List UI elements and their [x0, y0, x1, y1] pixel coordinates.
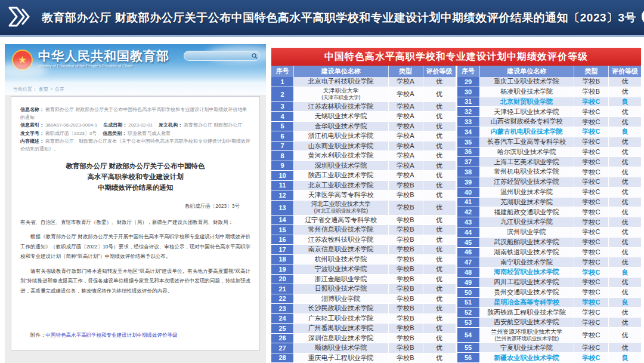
grade-cell: 优 [423, 201, 456, 215]
row-number-cell: 27 [271, 343, 294, 353]
doc-meta: 信息名称：教育部办公厅 财政部办公厅关于公布中国特色高水平高职学校和专业建设计划… [20, 106, 250, 153]
table-row: 5金华职业技术学院学校A优 [271, 122, 456, 132]
school-type-cell: 学校B [389, 245, 423, 254]
cloud-decoration [5, 62, 48, 78]
breadcrumb-home-link[interactable]: 首页 [39, 86, 48, 95]
school-type-cell: 学校B [389, 216, 423, 225]
school-name-cell: 滨州职业学院 [480, 227, 575, 237]
table-row: 40温州职业技术学院学校C优 [457, 187, 642, 198]
evaluation-table-panel: 中国特色高水平高职学校和专业建设计划中期绩效评价等级 序号建设单位名称类型评价等… [271, 48, 641, 363]
table-row: 28重庆电子工程职业学院学校B优 [271, 353, 456, 363]
table-row: 31北京财贸职业学院学校C良 [457, 97, 642, 107]
table-row: 34内蒙古机电职业技术学院学校C良 [457, 127, 642, 137]
school-type-cell: 学校C [574, 257, 609, 267]
magnifier-icon[interactable] [250, 53, 259, 59]
breadcrumb-label: 当前位置： [13, 86, 37, 95]
school-name-cell: 重庆工业职业技术学院 [480, 77, 575, 87]
row-number-cell: 3 [271, 102, 294, 112]
school-name-cell: 江苏农林职业技术学院 [294, 102, 389, 112]
row-number-cell: 21 [271, 284, 294, 294]
moe-site-title: 中华人民共和国教育部 [38, 50, 169, 63]
column-header: 评价等级 [609, 66, 641, 77]
row-number-cell: 26 [271, 334, 294, 343]
search-input[interactable] [184, 51, 250, 60]
school-name-cell: 宁夏职业技术学院 [480, 343, 575, 352]
row-number-cell: 46 [457, 248, 480, 257]
grade-cell: 优 [609, 157, 641, 167]
grade-cell: 优 [609, 257, 641, 267]
grade-cell: 优 [423, 275, 456, 284]
breadcrumb: 当前位置： 首页 > 公开 [5, 82, 266, 95]
table-row: 10陕西工业职业技术学院学校A优 [271, 171, 456, 181]
school-type-cell: 学校C [574, 248, 609, 257]
grade-cell: 优 [609, 328, 641, 342]
row-number-cell: 30 [457, 87, 480, 97]
school-name-cell: 金华职业技术学院 [294, 122, 389, 131]
grade-cell: 优 [609, 147, 641, 157]
grade-cell: 优 [423, 87, 456, 101]
school-name-cell: 海南经贸职业技术学院 [480, 267, 575, 277]
table-title: 中国特色高水平高职学校和专业建设计划中期绩效评价等级 [271, 48, 641, 66]
table-header-row: 序号建设单位名称类型评价等级 [271, 66, 456, 77]
row-number-cell: 39 [457, 177, 480, 187]
row-number-cell: 55 [457, 343, 480, 352]
school-name-cell: 黄河水利职业技术学院 [294, 151, 389, 161]
school-type-cell: 学校B [389, 334, 423, 343]
grade-cell: 优 [423, 77, 456, 87]
school-name-cell: 芜湖职业技术学院 [480, 198, 575, 207]
row-number-cell: 34 [457, 127, 480, 137]
table-row: 43九江职业技术学院学校C优 [457, 217, 642, 227]
row-number-cell: 48 [457, 267, 480, 277]
row-number-cell: 38 [457, 167, 480, 177]
table-left-half: 序号建设单位名称类型评价等级1北京电子科技职业学院学校A优2天津职业大学(天津市… [271, 66, 456, 363]
grade-cell: 良 [609, 267, 641, 277]
row-number-cell: 49 [457, 278, 480, 287]
row-number-cell: 17 [271, 245, 294, 254]
table-row: 30杨凌职业技术学院学校B优 [457, 87, 642, 97]
grade-cell: 优 [609, 87, 641, 97]
school-type-cell: 学校C [574, 328, 609, 342]
table-row: 25广州番禺职业技术学院学校B优 [271, 324, 456, 334]
school-type-cell: 学校B [389, 284, 423, 294]
table-row: 9深圳职业技术学院学校A优 [271, 161, 456, 171]
grade-cell: 优 [423, 216, 456, 225]
breadcrumb-current-link[interactable]: 公开 [55, 86, 64, 95]
table-row: 17南京信息职业技术学院学校B优 [271, 245, 456, 255]
column-header: 评价等级 [423, 66, 456, 77]
row-number-cell: 8 [271, 151, 294, 161]
row-number-cell: 53 [457, 318, 480, 327]
school-type-cell: 学校B [389, 314, 423, 324]
table-row: 47南宁职业技术学院学校C优 [457, 257, 642, 267]
grade-cell: 良 [609, 353, 641, 362]
row-number-cell: 42 [457, 207, 480, 217]
school-type-cell: 学校C [574, 97, 609, 107]
site-search-box[interactable] [184, 51, 260, 61]
grade-cell: 优 [609, 227, 641, 237]
school-name-cell: 浙江金融职业学院 [294, 275, 389, 284]
grade-cell: 优 [423, 141, 456, 151]
school-name-cell: 宁波职业技术学院 [294, 264, 389, 274]
grade-cell: 优 [609, 167, 641, 177]
grade-cell: 优 [423, 131, 456, 141]
school-name-cell: 常州信息职业技术学院 [294, 225, 389, 235]
school-type-cell: 学校C [574, 307, 609, 317]
school-type-cell: 学校B [389, 181, 423, 190]
school-name-cell: 山西省财政税务专科学校 [480, 117, 575, 127]
grade-cell: 优 [609, 207, 641, 217]
table-row: 15常州信息职业技术学院学校B优 [271, 225, 456, 235]
grade-cell: 优 [423, 314, 456, 324]
grade-cell: 良 [609, 298, 641, 307]
doc-paragraph: 有关省、自治区、直辖市教育厅（教委）、财政厅（局），新疆生产建设兵团教育局、财政… [20, 217, 250, 227]
school-name-cell: 广东轻工职业技术学院 [294, 314, 389, 324]
school-type-cell: 学校C [574, 198, 609, 207]
column-header: 类型 [574, 66, 609, 77]
row-number-cell: 10 [271, 171, 294, 180]
attachment-link[interactable]: 中国特色高水平高职学校和专业建设计划中期绩效评价等级 [46, 332, 178, 338]
school-name-cell: 湖南铁道职业技术学院 [480, 248, 575, 257]
school-name-cell: 哈尔滨职业技术学院 [480, 147, 575, 157]
row-number-cell: 36 [457, 147, 480, 157]
table-row: 35长春汽车工业高等专科学校学校C优 [457, 137, 642, 147]
school-type-cell: 学校C [574, 177, 609, 187]
table-row: 29重庆工业职业技术学院学校B优 [457, 77, 642, 87]
grade-cell: 优 [423, 343, 456, 353]
